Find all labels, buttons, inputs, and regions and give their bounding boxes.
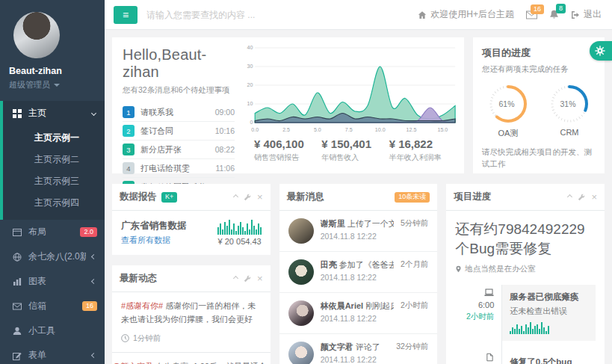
avatar [288, 218, 314, 244]
close-icon[interactable]: × [591, 192, 597, 202]
stat-sales-report: ¥ 406,100 销售营销报告 [254, 138, 321, 163]
wrench-icon[interactable] [244, 275, 251, 283]
sidebar-item-home-example-4[interactable]: 主页示例四 [3, 192, 105, 214]
todo-badge: 1 [123, 106, 135, 118]
timeline-item: 7:00 3小时前 修复了0.5个bug 重启服务 [455, 350, 596, 364]
mail-button[interactable]: 16 [526, 10, 537, 19]
timeline-text: 还未检查出错误 [510, 306, 588, 317]
stat-value: ¥ 406,100 [254, 138, 321, 150]
sidebar: Beaut-zihan 超级管理员 主页 主页示例一 主页示例二 主页示例三 主… [0, 0, 105, 364]
sidebar-item-forms[interactable]: 表单 [0, 343, 105, 364]
user-link[interactable]: 谢斯里 [321, 219, 345, 228]
caret-down-icon [54, 84, 60, 87]
collapse-icon[interactable] [568, 195, 572, 199]
nav-group-home: 主页 主页示例一 主页示例二 主页示例三 主页示例四 [0, 101, 105, 220]
sidebar-item-mailbox[interactable]: 信箱 16 [0, 294, 105, 318]
sidebar-item-yuqiyuba[interactable]: 余七余八(2.0新增) [0, 244, 105, 269]
wrench-icon[interactable] [578, 194, 585, 201]
view-all-data-link[interactable]: 查看所有数据 [121, 235, 187, 246]
svg-text:15.0: 15.0 [437, 126, 448, 133]
clock-icon [121, 334, 129, 342]
edit-icon [12, 351, 22, 360]
timeline-ago: 2小时前 [455, 312, 494, 322]
theme-settings-button[interactable] [590, 41, 612, 61]
sidebar-item-label: 小工具 [28, 324, 97, 337]
map-pin-icon [455, 265, 462, 274]
main-content: Hello,Beaut-zihan 您有32条消息和6个待处理事项 1 请联系我… [105, 30, 612, 364]
globe-icon [12, 253, 22, 262]
hashtag-link[interactable]: #感谢有你# [121, 301, 163, 310]
message-action: 参加了《爸爸去哪儿》 [339, 260, 394, 269]
collapse-icon[interactable] [234, 195, 238, 199]
svg-text:20: 20 [247, 81, 253, 88]
sidebar-item-label: 布局 [28, 226, 74, 238]
panel-header: 数据报告 K+ × [112, 184, 271, 211]
svg-text:40: 40 [247, 44, 253, 51]
welcome-link[interactable]: 欢迎使用H+后台主题 [418, 8, 514, 21]
sidebar-item-widgets[interactable]: 小工具 [0, 318, 105, 343]
k-plus-badge: K+ [161, 192, 177, 203]
project-progress-panel: 项目进度 × 还有约79842492229个Bug需要修复 地点当然是在办公室 [446, 184, 605, 364]
user-name: Beaut-zihan [7, 66, 97, 76]
donut-label: CRM [548, 128, 591, 137]
user-link[interactable]: 田亮 [321, 260, 337, 269]
todo-badge: 2 [123, 125, 135, 137]
sidebar-item-layouts[interactable]: 布局 2.0 [0, 220, 105, 244]
mailbox-badge: 16 [82, 301, 97, 311]
home-submenu: 主页示例一 主页示例二 主页示例三 主页示例四 [3, 126, 105, 220]
sidebar-item-charts[interactable]: 图表 [0, 269, 105, 294]
sidebar-item-home-example-3[interactable]: 主页示例三 [3, 170, 105, 192]
close-icon[interactable]: × [257, 192, 263, 202]
sign-out-icon [571, 10, 580, 19]
message-date: 2014.11.8 12:22 [321, 273, 394, 282]
donut-oa: 61% OA测 [486, 84, 530, 139]
message-ago: 5分钟前 [401, 218, 428, 244]
sidebar-item-home-example-1[interactable]: 主页示例一 [3, 127, 105, 149]
panel-tools: × [234, 192, 263, 202]
stat-half-year-margin: ¥ 16,822 半年收入利润率 [389, 138, 457, 163]
close-icon[interactable]: × [257, 274, 263, 283]
message-date: 2014.11.8 12:22 [321, 314, 394, 323]
message-item: 田亮 参加了《爸爸去哪儿》 2014.11.8 12:22 2个月前 [279, 252, 438, 293]
search-input[interactable] [146, 10, 409, 20]
feed-meta: 1分钟前 [121, 332, 262, 345]
mini-bar-chart [217, 220, 262, 235]
panel-tools: × [234, 274, 263, 283]
panel-tools: × [568, 192, 597, 202]
timeline-time: 6:00 [455, 300, 494, 309]
sidebar-item-home-example-2[interactable]: 主页示例二 [3, 149, 105, 170]
sidebar-toggle-button[interactable]: ≡ [114, 6, 137, 24]
collapse-icon[interactable] [234, 277, 238, 280]
sidebar-item-home[interactable]: 主页 [3, 101, 105, 126]
gear-icon [595, 46, 605, 56]
column-left: 数据报告 K+ × 广东省销售数据 查看所有数据 ¥ 20 [112, 184, 271, 364]
th-large-icon [12, 109, 22, 118]
welcome-panel: Hello,Beaut-zihan 您有32条消息和6个待处理事项 1 请联系我… [112, 37, 464, 173]
todo-item[interactable]: 4 打电话给琪雯 11:06 [123, 159, 235, 178]
panel-title: 最新消息 [287, 191, 324, 203]
welcome-column: Hello,Beaut-zihan 您有32条消息和6个待处理事项 1 请联系我… [112, 37, 241, 173]
todo-time: 10:16 [215, 126, 235, 135]
todo-item[interactable]: 1 请联系我 09:00 [123, 103, 235, 122]
message-date: 2014.11.8 12:22 [321, 232, 394, 241]
timeline-title: 修复了0.5个bug [510, 357, 588, 364]
panel-title: 数据报告 [120, 191, 157, 203]
todo-item[interactable]: 3 新分店开张 08:22 [123, 141, 235, 159]
user-link[interactable]: 颜文字君 [321, 342, 353, 351]
todo-list: 1 请联系我 09:00 2 签订合同 10:16 3 新分店开张 08:22 [123, 103, 235, 196]
avatar [288, 259, 314, 285]
file-icon [455, 353, 494, 362]
layouts-badge: 2.0 [80, 227, 97, 237]
page-title: Hello,Beaut-zihan [123, 46, 239, 81]
panel-header: 最新动态 × [112, 265, 271, 292]
logout-button[interactable]: 退出 [571, 8, 602, 21]
message-item: 谢斯里 上传了一个文件 2014.11.8 12:22 5分钟前 [279, 211, 438, 252]
user-link[interactable]: 林依晨Ariel [321, 301, 363, 310]
user-icon [12, 327, 22, 336]
todo-item[interactable]: 2 签订合同 10:16 [123, 122, 235, 141]
stat-label: 年销售收入 [321, 152, 389, 163]
todo-label: 打电话给琪雯 [140, 163, 210, 174]
wrench-icon[interactable] [244, 194, 251, 201]
notifications-button[interactable]: 8 [549, 10, 559, 19]
user-role-dropdown[interactable]: 超级管理员 [7, 79, 97, 90]
